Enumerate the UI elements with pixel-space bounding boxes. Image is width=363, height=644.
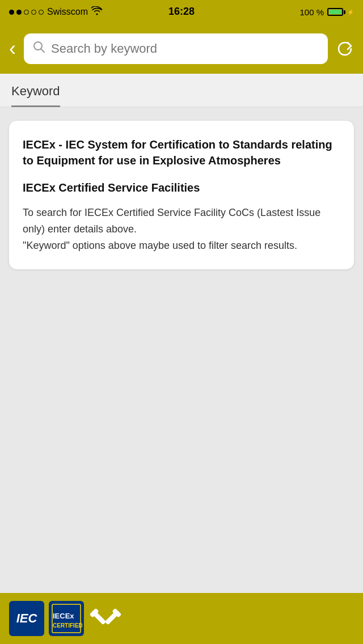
card-body: To search for IECEx Certified Service Fa… — [23, 205, 340, 253]
charging-icon: ⚡ — [347, 9, 354, 15]
info-card: IECEx - IEC System for Certification to … — [9, 121, 354, 269]
nav-bar: ‹ — [0, 24, 363, 74]
refresh-button[interactable] — [334, 37, 356, 60]
svg-text:IECEx: IECEx — [53, 612, 74, 620]
signal-dot-2 — [16, 10, 22, 15]
signal-dot-1 — [9, 10, 14, 15]
status-bar: Swisscom 16:28 100 % ⚡ — [0, 0, 363, 24]
battery-tip — [344, 10, 345, 14]
content-area: IECEx - IEC System for Certification to … — [0, 107, 363, 283]
keyword-tab[interactable]: Keyword — [11, 84, 60, 107]
iecex-logo: IECEx CERTIFIED — [49, 601, 84, 636]
battery-fill — [329, 10, 341, 14]
wrench-screwdriver-icon — [90, 606, 123, 631]
search-input[interactable] — [51, 41, 319, 56]
battery-body — [327, 8, 343, 16]
battery-percent: 100 % — [299, 7, 324, 17]
battery-icon: ⚡ — [327, 8, 354, 16]
signal-dots — [9, 10, 44, 15]
signal-dot-5 — [39, 10, 44, 15]
signal-dot-4 — [31, 10, 36, 15]
signal-dot-3 — [24, 10, 29, 15]
status-left: Swisscom — [9, 6, 103, 18]
search-bar[interactable] — [24, 33, 328, 64]
card-title-sub: IECEx Certified Service Facilities — [23, 180, 340, 196]
back-button[interactable]: ‹ — [7, 39, 18, 59]
iec-label: IEC — [16, 611, 37, 626]
tab-area: Keyword — [0, 74, 363, 107]
status-right: 100 % ⚡ — [299, 7, 354, 17]
iec-logo: IEC — [9, 601, 44, 636]
footer: IEC IECEx CERTIFIED — [0, 593, 363, 644]
tools-icon-container — [88, 601, 124, 636]
status-time: 16:28 — [168, 6, 195, 18]
carrier-label: Swisscom — [47, 7, 88, 17]
card-title-main: IECEx - IEC System for Certification to … — [23, 137, 340, 168]
svg-line-1 — [41, 49, 45, 53]
wifi-icon — [91, 6, 103, 18]
svg-text:CERTIFIED: CERTIFIED — [53, 622, 82, 629]
search-icon — [33, 41, 45, 57]
